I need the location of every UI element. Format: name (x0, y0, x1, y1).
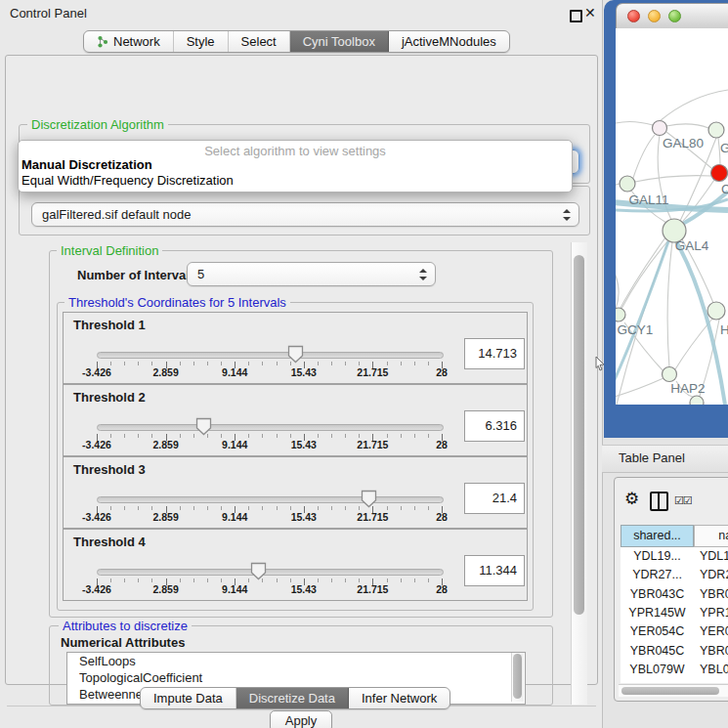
tab-infer-network[interactable]: Infer Network (349, 688, 450, 708)
attribute-item-topologicalcoefficient[interactable]: TopologicalCoefficient (67, 669, 525, 686)
slider-track[interactable] (97, 424, 444, 431)
close-traffic-light-icon[interactable] (627, 10, 640, 22)
popup-option-manual-discretization[interactable]: Manual Discretization (21, 157, 152, 172)
threshold-value-field[interactable]: 11.344 (464, 555, 525, 586)
slider-tick (331, 506, 332, 510)
threshold-label: Threshold 4 (73, 535, 146, 549)
network-node-gal80[interactable] (653, 121, 667, 136)
slider-tick (124, 506, 125, 510)
slider-tick (414, 578, 415, 582)
slider-tick (359, 578, 360, 582)
algorithm-popup-hint: Select algorithm to view settings (19, 144, 572, 158)
network-edge (660, 90, 728, 121)
table-row[interactable]: YBR045CYBR0 (621, 642, 728, 661)
cell-name: YDL1 (695, 547, 728, 566)
slider-tick-label: 15.43 (291, 439, 317, 450)
number-of-intervals-label: Number of Intervals (77, 268, 196, 282)
slider-track[interactable] (97, 352, 444, 359)
slider-tick (387, 434, 388, 438)
slider-tick (110, 578, 111, 582)
table-data-combobox[interactable]: galFiltered.sif default node (31, 202, 579, 227)
slider-thumb[interactable] (195, 417, 212, 436)
table-data-value: galFiltered.sif default node (42, 207, 191, 222)
network-canvas[interactable]: GAL80GACGAL11GAL4GCY1HHAP2 (616, 28, 728, 405)
settings-scrollbar-track[interactable] (571, 242, 587, 705)
cell-name: YBR0 (695, 642, 728, 661)
bottom-tab-strip: Impute DataDiscretize DataInfer Network (140, 687, 450, 709)
thresholds-group-title: Threshold's Coordinates for 5 Intervals (64, 295, 290, 310)
popup-option-equal-width-frequency[interactable]: Equal Width/Frequency Discretization (21, 173, 234, 188)
threshold-value-field[interactable]: 21.4 (464, 483, 525, 514)
tab-jactivemnodules[interactable]: jActiveMNodules (389, 31, 509, 52)
number-of-intervals-combobox[interactable]: 5 (187, 262, 436, 286)
tab-cyni-toolbox[interactable]: Cyni Toolbox (290, 31, 389, 52)
slider-tick (207, 362, 208, 365)
settings-scrollbar-thumb[interactable] (574, 255, 584, 615)
slider-tick (414, 506, 415, 510)
slider-thumb[interactable] (361, 490, 377, 508)
slider-tick-label: 9.144 (222, 511, 247, 523)
table-row[interactable]: YBR043CYBR0 (621, 585, 728, 604)
tab-network[interactable]: Network (84, 31, 174, 52)
slider-tick (221, 434, 222, 438)
settings-gear-icon[interactable]: ⚙ (624, 489, 639, 508)
select-columns-icon[interactable]: ☑☑ (674, 494, 692, 507)
cell-name: YPR1 (695, 604, 728, 622)
network-node-h[interactable] (707, 302, 725, 320)
threshold-label: Threshold 3 (73, 462, 146, 477)
control-panel-window: Control Panel ✕ NetworkStyleSelectCyni T… (0, 0, 603, 728)
table-row[interactable]: YDR27...YDR2 (621, 566, 728, 584)
slider-tick (359, 434, 360, 438)
column-header-name[interactable]: name (694, 525, 728, 547)
network-node-hap2[interactable] (663, 367, 677, 382)
network-node-c[interactable] (711, 165, 728, 182)
column-layout-icon[interactable] (650, 492, 668, 511)
attributes-scrollbar-thumb[interactable] (513, 654, 522, 699)
threshold-value-field[interactable]: 6.316 (464, 410, 525, 442)
slider-tick (331, 434, 332, 438)
attribute-item-selfloops[interactable]: SelfLoops (67, 653, 525, 669)
table-row[interactable]: YPR145WYPR1 (621, 604, 728, 622)
slider-tick (262, 506, 263, 510)
network-node[interactable] (690, 396, 704, 405)
apply-button[interactable]: Apply (270, 710, 332, 728)
network-graph: GAL80GACGAL11GAL4GCY1HHAP2 (616, 28, 728, 405)
table-row[interactable]: YBL079WYBL0 (621, 661, 728, 679)
table-row[interactable]: YDL19...YDL1 (621, 547, 728, 566)
slider-tick (318, 434, 319, 438)
slider-tick (387, 362, 388, 365)
tab-label: Cyni Toolbox (303, 31, 375, 52)
network-node-gal11[interactable] (620, 176, 635, 192)
tab-impute-data[interactable]: Impute Data (141, 688, 236, 708)
network-window-frame[interactable]: GAL80GACGAL11GAL4GCY1HHAP2 (604, 0, 728, 438)
slider-track[interactable] (97, 496, 444, 503)
threshold-label: Threshold 2 (73, 390, 146, 405)
minimize-traffic-light-icon[interactable] (648, 10, 661, 22)
tab-discretize-data[interactable]: Discretize Data (236, 688, 349, 708)
slider-track[interactable] (97, 569, 444, 576)
table-row[interactable]: YLR345WYLR3 (621, 679, 728, 683)
network-node-gcy1[interactable] (616, 308, 625, 321)
algorithm-dropdown-popup: Select algorithm to view settings Manual… (18, 140, 573, 193)
zoom-traffic-light-icon[interactable] (668, 10, 681, 22)
table-row[interactable]: YER054CYER0 (621, 622, 728, 641)
tab-style[interactable]: Style (174, 31, 229, 52)
threshold-value-field[interactable]: 14.713 (464, 338, 525, 369)
float-window-icon[interactable] (570, 10, 582, 22)
slider-thumb[interactable] (250, 562, 267, 580)
slider-tick (110, 506, 111, 510)
network-window-titlebar[interactable] (616, 3, 728, 30)
network-edge-highlighted (676, 241, 725, 405)
column-header-shared-name[interactable]: shared... (621, 525, 694, 547)
attributes-scrollbar-track[interactable] (511, 653, 524, 702)
table-hscrollbar-track[interactable] (619, 684, 728, 697)
slider-tick (318, 362, 319, 365)
tab-select[interactable]: Select (229, 31, 290, 52)
slider-tick (345, 434, 346, 438)
slider-tick-label: 2.859 (152, 366, 178, 378)
close-icon[interactable]: ✕ (584, 5, 596, 21)
slider-thumb[interactable] (287, 345, 304, 364)
network-node-ga[interactable] (708, 122, 724, 138)
table-hscrollbar-thumb[interactable] (621, 687, 719, 695)
slider-tick (428, 578, 429, 582)
